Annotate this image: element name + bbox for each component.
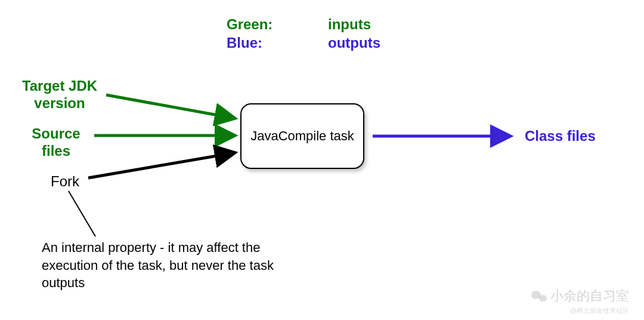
sub-watermark: @稀土掘金技术社区 [570, 306, 629, 315]
legend-blue-value: outputs [328, 33, 380, 52]
arrow-fork [88, 153, 234, 178]
watermark-text: 小余的自习室 [550, 287, 629, 305]
connector-fork-note [69, 191, 95, 236]
output-class-files-label: Class files [525, 128, 596, 144]
input-source-files-label: Source files [26, 125, 86, 160]
task-box: JavaCompile task [240, 103, 364, 169]
legend: Green: inputs Blue: outputs [227, 15, 380, 52]
fork-note: An internal property - it may affect the… [42, 239, 292, 292]
arrow-target-jdk [106, 95, 234, 118]
task-label: JavaCompile task [250, 128, 354, 145]
input-fork-label: Fork [51, 173, 79, 190]
legend-blue-label: Blue: [227, 33, 328, 52]
input-target-jdk-label: Target JDK version [18, 78, 101, 112]
wechat-icon [531, 290, 547, 303]
legend-green-label: Green: [227, 15, 328, 33]
watermark: 小余的自习室 [531, 287, 629, 305]
legend-green-value: inputs [328, 15, 371, 33]
